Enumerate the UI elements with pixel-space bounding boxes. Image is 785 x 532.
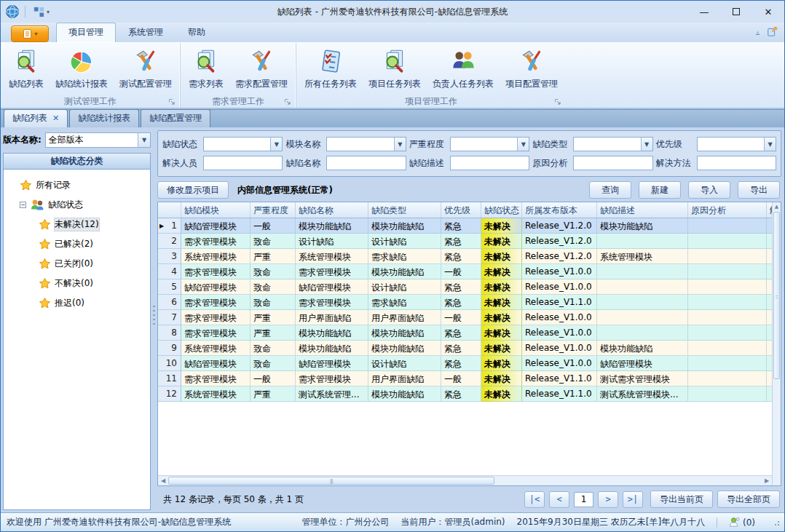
filter-combobox[interactable]: ▼ bbox=[573, 137, 652, 151]
cell-优先级[interactable]: 紧急 bbox=[441, 386, 481, 402]
cell-优先级[interactable]: 紧急 bbox=[441, 218, 481, 234]
cell-缺陷状态[interactable]: 未解决 bbox=[481, 264, 522, 279]
row-header[interactable]: ▶1 bbox=[158, 218, 181, 234]
cell-缺陷类型[interactable]: 需求缺陷 bbox=[368, 295, 441, 310]
cell-缺陷类型[interactable]: 用户界面缺陷 bbox=[368, 310, 441, 325]
cell-优先级[interactable]: 紧急 bbox=[441, 279, 481, 295]
table-row[interactable]: 4需求管理模块致命需求管理模块模块功能缺陷一般未解决Release_V1.0.0 bbox=[158, 264, 772, 279]
document-tab-2[interactable]: 缺陷配置管理 bbox=[141, 109, 210, 127]
cell-解决方法[interactable] bbox=[767, 264, 772, 279]
cell-所属发布版本[interactable]: Release_V1.2.0 bbox=[522, 249, 597, 264]
hscroll-thumb[interactable] bbox=[168, 477, 494, 485]
cell-严重程度[interactable]: 严重 bbox=[251, 325, 296, 341]
cell-解决方法[interactable] bbox=[767, 386, 772, 402]
tree-item-已关闭-0-[interactable]: 已关闭(0) bbox=[4, 254, 150, 274]
cell-缺陷模块[interactable]: 需求管理模块 bbox=[181, 295, 251, 310]
column-header-缺陷模块[interactable]: 缺陷模块 bbox=[181, 202, 251, 218]
ribbon-button-0-0[interactable]: 缺陷列表 bbox=[4, 46, 49, 92]
cell-缺陷描述[interactable] bbox=[597, 325, 688, 341]
cell-所属发布版本[interactable]: Release_V1.0.0 bbox=[522, 310, 597, 325]
cell-严重程度[interactable]: 致命 bbox=[251, 234, 296, 249]
cell-缺陷名称[interactable]: 测试系统管理... bbox=[296, 386, 368, 402]
cell-缺陷名称[interactable]: 系统管理模块 bbox=[296, 249, 368, 264]
table-row[interactable]: 7需求管理模块严重用户界面缺陷用户界面缺陷一般未解决Release_V1.0.0 bbox=[158, 310, 772, 325]
cell-缺陷类型[interactable]: 模块功能缺陷 bbox=[368, 264, 441, 279]
row-header[interactable]: 3 bbox=[158, 249, 181, 264]
tree-item-不解决-0-[interactable]: 不解决(0) bbox=[4, 274, 150, 293]
cell-原因分析[interactable] bbox=[688, 264, 767, 279]
table-row[interactable]: 10缺陷管理模块致命缺陷管理模块设计缺陷紧急未解决Release_V1.0.0缺… bbox=[158, 356, 772, 371]
cell-缺陷模块[interactable]: 缺陷管理模块 bbox=[181, 279, 251, 295]
filter-combobox[interactable]: ▼ bbox=[450, 137, 529, 151]
cell-解决方法[interactable] bbox=[767, 310, 772, 325]
ribbon-button-0-1[interactable]: 缺陷统计报表 bbox=[50, 46, 113, 92]
filter-input[interactable] bbox=[450, 156, 529, 170]
cell-解决方法[interactable] bbox=[767, 341, 772, 356]
column-header-优先级[interactable]: 优先级 bbox=[441, 202, 481, 218]
action-button-新建[interactable]: 新建 bbox=[639, 181, 681, 199]
maximize-button[interactable] bbox=[720, 1, 752, 23]
table-row[interactable]: 9系统管理模块致命模块功能缺陷模块功能缺陷紧急未解决Release_V1.0.0… bbox=[158, 341, 772, 356]
row-header[interactable]: 12 bbox=[158, 386, 181, 402]
cell-缺陷状态[interactable]: 未解决 bbox=[481, 341, 522, 356]
column-header-严重程度[interactable]: 严重程度 bbox=[251, 202, 296, 218]
column-header-缺陷描述[interactable]: 缺陷描述 bbox=[597, 202, 688, 218]
action-button-导入[interactable]: 导入 bbox=[688, 181, 730, 199]
cell-缺陷模块[interactable]: 需求管理模块 bbox=[181, 234, 251, 249]
cell-缺陷状态[interactable]: 未解决 bbox=[481, 386, 522, 402]
export-current-page-button[interactable]: 导出当前页 bbox=[650, 491, 713, 508]
panel-splitter[interactable] bbox=[151, 127, 157, 512]
cell-所属发布版本[interactable]: Release_V1.1.0 bbox=[522, 295, 597, 310]
action-button-查询[interactable]: 查询 bbox=[589, 181, 631, 199]
vertical-scrollbar[interactable]: ▲ bbox=[772, 202, 781, 485]
cell-所属发布版本[interactable]: Release_V1.2.0 bbox=[522, 234, 597, 249]
document-tab-1[interactable]: 缺陷统计报表 bbox=[69, 109, 139, 127]
cell-缺陷状态[interactable]: 未解决 bbox=[481, 218, 522, 234]
cell-优先级[interactable]: 紧急 bbox=[441, 341, 481, 356]
row-header[interactable]: 10 bbox=[158, 356, 181, 371]
cell-缺陷状态[interactable]: 未解决 bbox=[481, 295, 522, 310]
last-page-button[interactable]: >| bbox=[623, 491, 643, 508]
cell-缺陷描述[interactable] bbox=[597, 310, 688, 325]
cell-缺陷名称[interactable]: 用户界面缺陷 bbox=[296, 310, 368, 325]
cell-缺陷模块[interactable]: 缺陷管理模块 bbox=[181, 218, 251, 234]
table-row[interactable]: 11需求管理模块一般需求管理模块用户界面缺陷一般未解决Release_V1.1.… bbox=[158, 371, 772, 386]
scroll-right-icon[interactable]: ▶ bbox=[762, 477, 772, 484]
cell-缺陷描述[interactable]: 模块功能缺陷 bbox=[597, 341, 688, 356]
cell-缺陷模块[interactable]: 系统管理模块 bbox=[181, 386, 251, 402]
version-combobox[interactable]: 全部版本 ▼ bbox=[45, 132, 151, 148]
app-menu-button[interactable]: ▾ bbox=[11, 25, 49, 42]
cell-解决方法[interactable] bbox=[767, 249, 772, 264]
cell-所属发布版本[interactable]: Release_V1.0.0 bbox=[522, 264, 597, 279]
tree-collapse-icon[interactable]: − bbox=[20, 202, 26, 208]
cell-缺陷类型[interactable]: 设计缺陷 bbox=[368, 234, 441, 249]
document-tab-0[interactable]: 缺陷列表✕ bbox=[4, 109, 68, 127]
cell-缺陷描述[interactable]: 测试系统管理模块... bbox=[597, 386, 688, 402]
cell-缺陷模块[interactable]: 系统管理模块 bbox=[181, 249, 251, 264]
cell-所属发布版本[interactable]: Release_V1.0.0 bbox=[522, 279, 597, 295]
ribbon-tab-0[interactable]: 项目管理 bbox=[56, 23, 116, 42]
cell-缺陷类型[interactable]: 模块功能缺陷 bbox=[368, 325, 441, 341]
close-tab-icon[interactable]: ✕ bbox=[52, 114, 59, 123]
cell-缺陷状态[interactable]: 未解决 bbox=[481, 325, 522, 341]
cell-缺陷名称[interactable]: 需求管理模块 bbox=[296, 295, 368, 310]
table-row[interactable]: 2需求管理模块致命设计缺陷设计缺陷紧急未解决Release_V1.2.0 bbox=[158, 234, 772, 249]
cell-缺陷类型[interactable]: 需求缺陷 bbox=[368, 249, 441, 264]
ribbon-tab-1[interactable]: 系统管理 bbox=[116, 23, 175, 42]
cell-缺陷状态[interactable]: 未解决 bbox=[481, 279, 522, 295]
table-row[interactable]: ▶1缺陷管理模块一般模块功能缺陷模块功能缺陷紧急未解决Release_V1.2.… bbox=[158, 218, 772, 234]
ribbon-tab-2[interactable]: 帮助 bbox=[175, 23, 218, 42]
row-header[interactable]: 9 bbox=[158, 341, 181, 356]
cell-解决方法[interactable] bbox=[767, 218, 772, 234]
cell-原因分析[interactable] bbox=[688, 386, 767, 402]
cell-缺陷名称[interactable]: 模块功能缺陷 bbox=[296, 325, 368, 341]
help-window-icon[interactable] bbox=[767, 25, 778, 39]
row-header[interactable]: 7 bbox=[158, 310, 181, 325]
cell-缺陷类型[interactable]: 模块功能缺陷 bbox=[368, 386, 441, 402]
cell-原因分析[interactable] bbox=[688, 325, 767, 341]
row-header[interactable]: 4 bbox=[158, 264, 181, 279]
vscroll-thumb[interactable] bbox=[773, 212, 780, 379]
filter-combobox[interactable]: ▼ bbox=[697, 137, 776, 151]
tree-item-缺陷状态[interactable]: −缺陷状态 bbox=[4, 195, 150, 215]
cell-缺陷描述[interactable] bbox=[597, 279, 688, 295]
